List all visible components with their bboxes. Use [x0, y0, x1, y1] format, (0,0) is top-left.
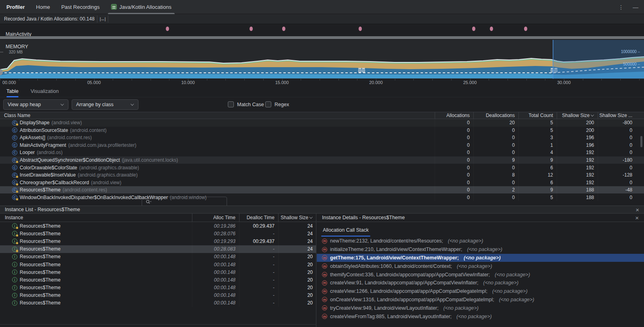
cell-shallow-size: 192 [557, 171, 598, 179]
instance-row[interactable]: iResources$Theme00:00.148-20 [0, 276, 316, 284]
activity-event-dot[interactable] [282, 27, 285, 31]
instance-name-cell: iResources$Theme [0, 231, 192, 237]
class-table-row[interactable]: CWindowOnBackInvokedDispatcher$OnBackInv… [0, 193, 644, 201]
column-header-dealloc-time[interactable]: Dealloc Time [239, 214, 278, 222]
column-header-alloc-time[interactable]: Alloc Time [192, 214, 239, 222]
top-tab-home[interactable]: Home [36, 0, 50, 14]
call-stack-frame[interactable]: mcreateView:91, Landroidx/appcompat/app/… [317, 279, 644, 287]
top-tab-past-recordings[interactable]: Past Recordings [61, 0, 99, 14]
details-tab-bar: Allocation Call Stack [317, 222, 644, 237]
cell-alloc-time: 00:00.148 [192, 253, 239, 261]
instance-row[interactable]: iResources$Theme00:28.083-24 [0, 245, 316, 253]
class-icon: C [12, 165, 17, 170]
class-table-row[interactable]: CLooper(android.os)0041920 [0, 149, 644, 156]
call-stack-frame[interactable]: mnewTheme:2132, Landroid/content/res/Res… [317, 237, 644, 245]
match-case-checkbox[interactable]: Match Case [228, 101, 264, 107]
call-stack-frame[interactable]: minitializeTheme:210, Landroid/view/Cont… [317, 245, 644, 254]
column-header-shallow-size[interactable]: Shallow Size [557, 112, 598, 119]
cell-shallow-size-delta: 0 [598, 134, 636, 142]
tab-visualization[interactable]: Visualization [31, 85, 59, 97]
class-table-row[interactable]: CChoreographer$CallbackRecord(android.vi… [0, 179, 644, 186]
allocation-event-track[interactable] [0, 24, 644, 34]
column-header-total-count[interactable]: Total Count [518, 112, 557, 119]
heap-select[interactable]: View app heap [3, 99, 68, 110]
class-package: (android.content) [70, 128, 107, 133]
instance-row[interactable]: iResources$Theme00:00.148-20 [0, 299, 316, 307]
instance-row[interactable]: iResources$Theme00:00.148-20 [0, 268, 316, 276]
column-header-instance[interactable]: Instance [0, 215, 192, 220]
column-header-label: Shallow Size [281, 215, 308, 220]
cell-dealloc-time: - [239, 261, 278, 268]
chevron-down-icon [130, 102, 134, 105]
class-table-row[interactable]: CResources$Theme(android.content.res)029… [0, 186, 644, 194]
class-name-cell: CChoreographer$CallbackRecord(android.vi… [0, 180, 435, 185]
frame-text: onCreateView:1316, Landroidx/appcompat/a… [330, 297, 494, 302]
class-table-row[interactable]: CAttributionSourceState(android.content)… [0, 127, 644, 134]
class-table-row[interactable]: CApkAssets[](android.content.res)0031960 [0, 134, 644, 142]
timeline-tick [489, 79, 489, 80]
activity-event-dot[interactable] [359, 27, 362, 31]
minimize-icon[interactable]: — [633, 4, 638, 10]
activity-event-dot[interactable] [472, 27, 475, 31]
timeline-selection-region[interactable] [553, 40, 644, 79]
activity-event-dot[interactable] [490, 27, 493, 31]
class-table-row[interactable]: CAbstractQueuedSynchronizer$ConditionObj… [0, 156, 644, 164]
more-options-icon[interactable]: ⋮ [618, 4, 624, 10]
column-header-class-name[interactable]: Class Name [0, 113, 435, 118]
call-stack-frame[interactable]: mtryCreateView:949, Landroid/view/Layout… [317, 304, 644, 312]
class-table-header[interactable]: Class NameAllocationsDeallocationsTotal … [0, 112, 644, 119]
activity-lifecycle-bar[interactable] [0, 36, 644, 39]
frame-text: newTheme:2132, Landroid/content/res/Reso… [330, 238, 443, 244]
activity-event-dot[interactable] [250, 27, 253, 31]
cell-deallocations: 2 [473, 186, 518, 194]
profiler-window: ProfilerHomePast RecordingsJava/Kotlin A… [0, 0, 644, 327]
activity-event-dot[interactable] [524, 27, 527, 31]
tab-allocation-call-stack[interactable]: Allocation Call Stack [322, 227, 369, 237]
method-icon: m [322, 239, 327, 244]
class-table-row[interactable]: CInsetDrawable$InsetValue(android.graphi… [0, 171, 644, 179]
instance-row[interactable]: iResources$Theme00:00.148-20 [0, 261, 316, 268]
column-header-allocations[interactable]: Allocations [435, 112, 473, 119]
close-icon[interactable]: × [635, 215, 639, 221]
instance-row[interactable]: iResources$Theme00:00.148-20 [0, 292, 316, 299]
class-table-row[interactable]: CMainActivityFragment(android.com.java.p… [0, 142, 644, 149]
class-table-row[interactable]: CDisplayShape(android.view)0205200-800 [0, 119, 644, 127]
top-tab-java-kotlin-allocations[interactable]: Java/Kotlin Allocations [111, 0, 171, 14]
call-stack-frame[interactable]: mcreateView:1266, Landroidx/appcompat/ap… [317, 287, 644, 296]
instance-row[interactable]: iResources$Theme00:00.148-20 [0, 284, 316, 292]
cell-deallocations: 0 [473, 134, 518, 142]
call-stack-frame[interactable]: mcreateViewFromTag:885, Landroid/view/La… [317, 312, 644, 321]
regex-checkbox[interactable]: Regex [265, 101, 289, 107]
class-package: (android.graphics.drawable) [79, 165, 139, 171]
cell-alloc-time: 00:00.148 [192, 299, 239, 307]
cell-shallow-size-delta: 0 [598, 193, 636, 201]
vertical-scrollbar[interactable] [640, 136, 642, 147]
column-header-shallow-size[interactable]: Shallow Size [278, 214, 316, 222]
instance-row[interactable]: iResources$Theme00:28.076-24 [0, 230, 316, 237]
top-tab-profiler[interactable]: Profiler [6, 0, 25, 14]
cell-allocations: 0 [435, 127, 473, 134]
instance-row[interactable]: iResources$Theme00:00.148-20 [0, 253, 316, 261]
call-stack-frame[interactable]: mobtainStyledAttributes:1060, Landroid/c… [317, 262, 644, 270]
class-name: Resources$Theme [20, 187, 60, 193]
tab-table[interactable]: Table [6, 85, 19, 97]
activity-event-dot[interactable] [166, 27, 169, 31]
cell-total-count: 6 [518, 164, 557, 171]
timeline-tick [357, 79, 357, 80]
method-icon: m [322, 280, 327, 286]
close-icon[interactable]: × [636, 207, 639, 213]
column-header-shallow-size-[interactable]: Shallow Size ... [598, 112, 636, 119]
cell-shallow-size: 20 [278, 299, 316, 307]
instance-table-header[interactable]: InstanceAlloc TimeDealloc TimeShallow Si… [0, 214, 316, 222]
memory-chart-panel[interactable]: MEMORY 320 MB 1000000 –500000 – [0, 40, 644, 79]
call-stack-frame[interactable]: mgetTheme:175, Landroid/view/ContextThem… [317, 254, 644, 262]
instance-row[interactable]: iResources$Theme00:19.28600:29.43724 [0, 222, 316, 230]
instance-row[interactable]: iResources$Theme00:19.29300:29.43724 [0, 237, 316, 245]
zoom-to-fit-icon[interactable]: |↔| [100, 16, 105, 21]
arrange-select[interactable]: Arrange by class [72, 99, 138, 110]
class-table-row[interactable]: CColorDrawable$ColorState(android.graphi… [0, 164, 644, 171]
column-header-deallocations[interactable]: Deallocations [473, 112, 518, 119]
timeline-axis[interactable]: 00.00005.00010.00015.00020.00025.00030.0… [0, 79, 644, 85]
call-stack-frame[interactable]: monCreateView:1316, Landroidx/appcompat/… [317, 296, 644, 304]
call-stack-frame[interactable]: mthemifyContext:336, Landroidx/appcompat… [317, 270, 644, 279]
